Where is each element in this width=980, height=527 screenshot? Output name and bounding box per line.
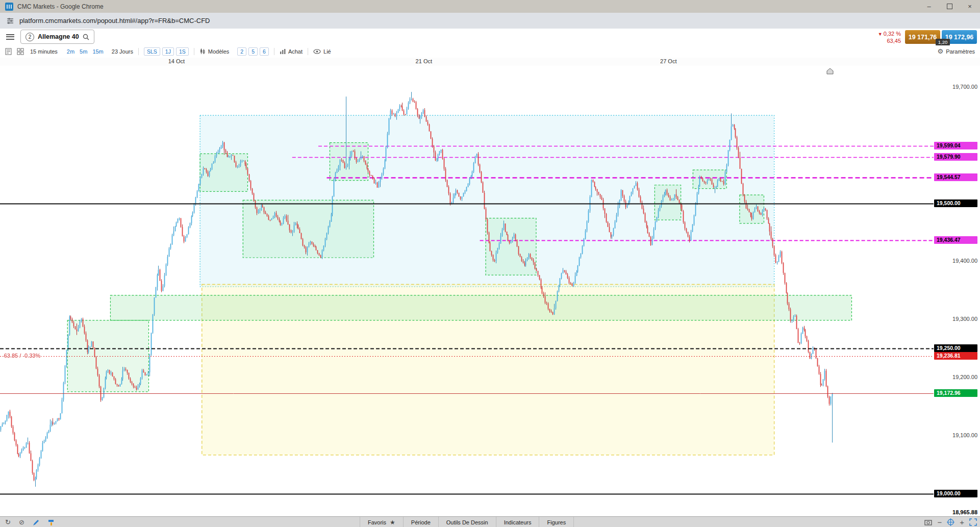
tab-periode-label: Période	[411, 519, 431, 525]
settings-button[interactable]: ⚙ Paramètres	[937, 48, 975, 55]
watchlist-icon[interactable]	[5, 48, 12, 55]
price-line-label: 19,000.00	[934, 490, 977, 497]
zoom-controls: − +	[924, 517, 977, 527]
price-tick: 19,700.00	[952, 84, 977, 90]
minimize-icon: –	[927, 3, 931, 10]
timeframe-5m[interactable]: 5m	[80, 48, 87, 55]
tab-outils-label: Outils De Dessin	[446, 519, 488, 525]
format-painter-icon[interactable]	[48, 519, 55, 526]
change-percent: 0,32 %	[884, 31, 901, 37]
linked-button[interactable]: Lié	[323, 48, 331, 55]
tab-indicateurs[interactable]: Indicateurs	[496, 517, 540, 527]
window-title: CMC Markets - Google Chrome	[17, 3, 104, 10]
minimize-button[interactable]: –	[919, 0, 939, 13]
site-settings-icon[interactable]	[6, 17, 14, 25]
settings-label: Paramètres	[946, 48, 975, 55]
close-icon: ×	[968, 3, 972, 10]
price-tick: 19,400.00	[952, 258, 977, 264]
sell-button[interactable]: 19 171,76	[905, 30, 940, 44]
spread-badge: 1,20	[936, 39, 950, 45]
price-line-label: 19,579.90	[934, 153, 977, 161]
divider	[138, 48, 139, 55]
cmc-favicon	[5, 3, 13, 11]
scale-button-1j[interactable]: 1J	[162, 47, 174, 56]
buy-mode-button[interactable]: Achat	[288, 48, 303, 55]
address-bar[interactable]: platform.cmcmarkets.com/popout.html#/app…	[0, 13, 980, 29]
price-tick: 19,300.00	[952, 316, 977, 322]
model-slot-5[interactable]: 5	[248, 47, 258, 56]
triangle-down-icon: ▼	[878, 32, 883, 37]
instrument-name: Allemagne 40	[38, 33, 79, 40]
tab-favoris-label: Favoris	[368, 519, 386, 525]
tab-figures-label: Figures	[547, 519, 566, 525]
tab-periode[interactable]: Période	[404, 517, 439, 527]
restore-icon	[947, 4, 952, 9]
price-line-label: 19,500.00	[934, 199, 977, 207]
instrument-tab[interactable]: 2 Allemagne 40	[20, 30, 94, 44]
window-titlebar: CMC Markets - Google Chrome – ×	[0, 0, 980, 13]
gear-icon: ⚙	[937, 48, 943, 55]
restore-button[interactable]	[939, 0, 960, 13]
change-absolute: 63,45	[878, 38, 901, 44]
models-button[interactable]: Modèles	[208, 48, 230, 55]
divider	[194, 48, 194, 55]
price-line-label: 19,436.47	[934, 236, 977, 244]
timeframe-2m[interactable]: 2m	[67, 48, 74, 55]
layout-grid-icon[interactable]	[17, 48, 24, 55]
date-tick-label: 14 Oct	[168, 58, 185, 64]
fit-screen-icon[interactable]	[969, 518, 977, 526]
price-line-label: 19,172.96	[934, 389, 977, 397]
menu-icon[interactable]	[6, 33, 14, 41]
eye-icon	[313, 49, 321, 54]
visible-period-label[interactable]: 23 Jours	[112, 48, 133, 55]
divider	[274, 48, 274, 55]
price-tick: 19,100.00	[952, 432, 977, 438]
price-tick: 19,200.00	[952, 374, 977, 380]
scale-button-1s[interactable]: 1S	[176, 47, 189, 56]
search-icon[interactable]	[83, 34, 89, 40]
refresh-icon[interactable]: ↻	[5, 519, 11, 525]
chrome-window: CMC Markets - Google Chrome – × platform…	[0, 0, 980, 527]
session-change-label: -63.85 / -0.33%	[1, 353, 41, 359]
drawing-quick-tools: ↻ ⊘	[5, 517, 55, 527]
home-icon[interactable]	[826, 67, 834, 77]
bottom-toolbar: ↻ ⊘ Favoris ★ Période Outils De Dessin I…	[0, 516, 980, 527]
scale-button-sls[interactable]: SLS	[144, 47, 160, 56]
zoom-in-button[interactable]: +	[960, 518, 964, 526]
model-slot-2[interactable]: 2	[237, 47, 246, 56]
tab-outils-de-dessin[interactable]: Outils De Dessin	[439, 517, 496, 527]
quote-panel: ▼0,32 % 63,45 19 171,76 19 172,96	[878, 30, 977, 44]
main-toolbar: 2 Allemagne 40 ▼0,32 % 63,45 19 171,76 1…	[0, 29, 980, 45]
tab-favoris[interactable]: Favoris ★	[360, 517, 404, 527]
block-icon[interactable]: ⊘	[19, 519, 24, 525]
divider	[308, 48, 308, 55]
date-tick-label: 21 Oct	[416, 58, 432, 64]
date-tick-label: 27 Oct	[660, 58, 676, 64]
model-slot-6[interactable]: 6	[260, 47, 269, 56]
url-text: platform.cmcmarkets.com/popout.html#/app…	[19, 17, 210, 24]
price-line-label: 19,250.00	[934, 344, 977, 352]
crosshair-icon[interactable]	[947, 518, 954, 526]
screenshot-icon[interactable]	[924, 519, 932, 525]
session-low-label: 18,965.88	[952, 509, 977, 515]
price-change: ▼0,32 % 63,45	[878, 31, 901, 44]
candlestick-chart[interactable]	[0, 66, 934, 516]
models-icon	[199, 48, 206, 55]
timeframe-15m[interactable]: 15m	[92, 48, 103, 55]
columns-icon	[280, 48, 286, 55]
close-button[interactable]: ×	[960, 0, 980, 13]
chart-toolbar: 15 minutes 2m 5m 15m 23 Jours SLS 1J 1S …	[0, 45, 980, 58]
bottom-tab-bar: Favoris ★ Période Outils De Dessin Indic…	[360, 517, 574, 527]
pencil-icon[interactable]	[33, 519, 40, 526]
price-line-label: 19,599.04	[934, 142, 977, 149]
timeframe-selector[interactable]: 15 minutes	[30, 48, 58, 55]
price-line-label: 19,236.81	[934, 352, 977, 360]
time-axis: 14 Oct21 Oct27 Oct	[0, 58, 980, 66]
chart-area: 19,700.0019,400.0019,300.0019,200.0019,1…	[0, 66, 980, 516]
tab-indicateurs-label: Indicateurs	[504, 519, 532, 525]
zoom-out-button[interactable]: −	[937, 518, 942, 526]
star-icon: ★	[390, 519, 395, 526]
tab-figures[interactable]: Figures	[539, 517, 574, 527]
tab-count-badge: 2	[26, 33, 34, 41]
window-controls: – ×	[919, 0, 980, 13]
